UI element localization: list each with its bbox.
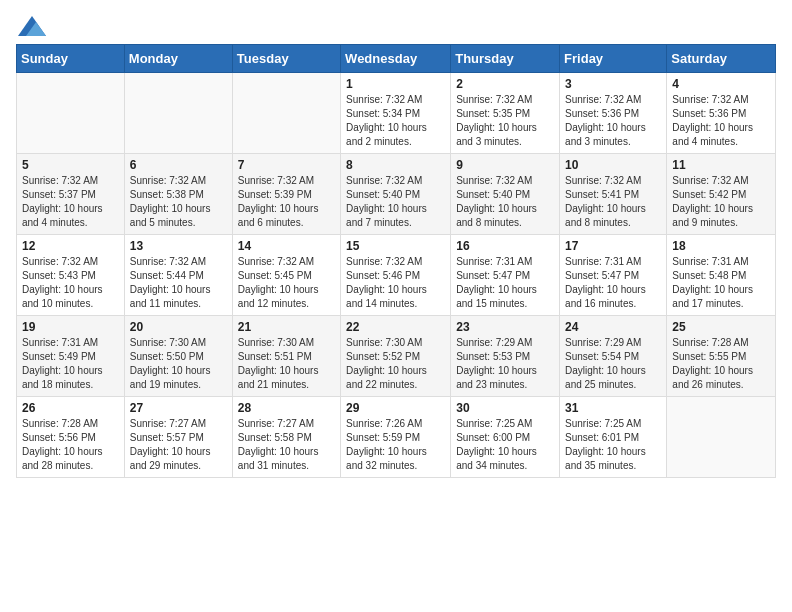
day-cell: 29Sunrise: 7:26 AM Sunset: 5:59 PM Dayli… xyxy=(341,397,451,478)
day-info: Sunrise: 7:25 AM Sunset: 6:00 PM Dayligh… xyxy=(456,418,537,471)
day-info: Sunrise: 7:32 AM Sunset: 5:44 PM Dayligh… xyxy=(130,256,211,309)
day-number: 12 xyxy=(22,239,119,253)
day-number: 10 xyxy=(565,158,661,172)
day-number: 6 xyxy=(130,158,227,172)
day-info: Sunrise: 7:26 AM Sunset: 5:59 PM Dayligh… xyxy=(346,418,427,471)
day-info: Sunrise: 7:32 AM Sunset: 5:36 PM Dayligh… xyxy=(672,94,753,147)
day-cell: 25Sunrise: 7:28 AM Sunset: 5:55 PM Dayli… xyxy=(667,316,776,397)
week-row-2: 5Sunrise: 7:32 AM Sunset: 5:37 PM Daylig… xyxy=(17,154,776,235)
day-number: 8 xyxy=(346,158,445,172)
day-number: 3 xyxy=(565,77,661,91)
day-cell: 28Sunrise: 7:27 AM Sunset: 5:58 PM Dayli… xyxy=(232,397,340,478)
day-number: 26 xyxy=(22,401,119,415)
header xyxy=(16,16,776,36)
day-cell: 24Sunrise: 7:29 AM Sunset: 5:54 PM Dayli… xyxy=(560,316,667,397)
day-info: Sunrise: 7:32 AM Sunset: 5:42 PM Dayligh… xyxy=(672,175,753,228)
day-number: 13 xyxy=(130,239,227,253)
day-info: Sunrise: 7:31 AM Sunset: 5:48 PM Dayligh… xyxy=(672,256,753,309)
header-row: SundayMondayTuesdayWednesdayThursdayFrid… xyxy=(17,45,776,73)
day-number: 22 xyxy=(346,320,445,334)
day-info: Sunrise: 7:30 AM Sunset: 5:50 PM Dayligh… xyxy=(130,337,211,390)
day-info: Sunrise: 7:31 AM Sunset: 5:47 PM Dayligh… xyxy=(565,256,646,309)
day-info: Sunrise: 7:28 AM Sunset: 5:55 PM Dayligh… xyxy=(672,337,753,390)
day-cell: 30Sunrise: 7:25 AM Sunset: 6:00 PM Dayli… xyxy=(451,397,560,478)
day-cell: 7Sunrise: 7:32 AM Sunset: 5:39 PM Daylig… xyxy=(232,154,340,235)
day-cell: 27Sunrise: 7:27 AM Sunset: 5:57 PM Dayli… xyxy=(124,397,232,478)
day-cell: 10Sunrise: 7:32 AM Sunset: 5:41 PM Dayli… xyxy=(560,154,667,235)
week-row-4: 19Sunrise: 7:31 AM Sunset: 5:49 PM Dayli… xyxy=(17,316,776,397)
day-cell: 1Sunrise: 7:32 AM Sunset: 5:34 PM Daylig… xyxy=(341,73,451,154)
header-cell-sunday: Sunday xyxy=(17,45,125,73)
week-row-3: 12Sunrise: 7:32 AM Sunset: 5:43 PM Dayli… xyxy=(17,235,776,316)
day-info: Sunrise: 7:27 AM Sunset: 5:57 PM Dayligh… xyxy=(130,418,211,471)
day-info: Sunrise: 7:32 AM Sunset: 5:35 PM Dayligh… xyxy=(456,94,537,147)
day-cell: 4Sunrise: 7:32 AM Sunset: 5:36 PM Daylig… xyxy=(667,73,776,154)
day-number: 1 xyxy=(346,77,445,91)
day-number: 31 xyxy=(565,401,661,415)
day-info: Sunrise: 7:28 AM Sunset: 5:56 PM Dayligh… xyxy=(22,418,103,471)
header-cell-thursday: Thursday xyxy=(451,45,560,73)
day-info: Sunrise: 7:32 AM Sunset: 5:45 PM Dayligh… xyxy=(238,256,319,309)
day-cell: 20Sunrise: 7:30 AM Sunset: 5:50 PM Dayli… xyxy=(124,316,232,397)
day-cell: 17Sunrise: 7:31 AM Sunset: 5:47 PM Dayli… xyxy=(560,235,667,316)
logo xyxy=(16,16,46,36)
day-cell: 18Sunrise: 7:31 AM Sunset: 5:48 PM Dayli… xyxy=(667,235,776,316)
day-info: Sunrise: 7:32 AM Sunset: 5:38 PM Dayligh… xyxy=(130,175,211,228)
day-cell: 31Sunrise: 7:25 AM Sunset: 6:01 PM Dayli… xyxy=(560,397,667,478)
day-info: Sunrise: 7:32 AM Sunset: 5:34 PM Dayligh… xyxy=(346,94,427,147)
day-cell: 19Sunrise: 7:31 AM Sunset: 5:49 PM Dayli… xyxy=(17,316,125,397)
day-number: 18 xyxy=(672,239,770,253)
day-number: 24 xyxy=(565,320,661,334)
day-number: 2 xyxy=(456,77,554,91)
day-number: 4 xyxy=(672,77,770,91)
day-number: 28 xyxy=(238,401,335,415)
day-number: 27 xyxy=(130,401,227,415)
day-cell xyxy=(124,73,232,154)
logo-icon xyxy=(18,16,46,36)
day-cell: 5Sunrise: 7:32 AM Sunset: 5:37 PM Daylig… xyxy=(17,154,125,235)
day-number: 7 xyxy=(238,158,335,172)
day-cell xyxy=(667,397,776,478)
day-number: 29 xyxy=(346,401,445,415)
day-number: 5 xyxy=(22,158,119,172)
day-cell: 6Sunrise: 7:32 AM Sunset: 5:38 PM Daylig… xyxy=(124,154,232,235)
header-cell-tuesday: Tuesday xyxy=(232,45,340,73)
day-cell: 13Sunrise: 7:32 AM Sunset: 5:44 PM Dayli… xyxy=(124,235,232,316)
day-info: Sunrise: 7:30 AM Sunset: 5:52 PM Dayligh… xyxy=(346,337,427,390)
day-cell: 8Sunrise: 7:32 AM Sunset: 5:40 PM Daylig… xyxy=(341,154,451,235)
day-info: Sunrise: 7:30 AM Sunset: 5:51 PM Dayligh… xyxy=(238,337,319,390)
day-number: 11 xyxy=(672,158,770,172)
header-cell-wednesday: Wednesday xyxy=(341,45,451,73)
header-cell-monday: Monday xyxy=(124,45,232,73)
day-cell: 2Sunrise: 7:32 AM Sunset: 5:35 PM Daylig… xyxy=(451,73,560,154)
day-number: 14 xyxy=(238,239,335,253)
day-cell: 16Sunrise: 7:31 AM Sunset: 5:47 PM Dayli… xyxy=(451,235,560,316)
header-cell-saturday: Saturday xyxy=(667,45,776,73)
day-number: 16 xyxy=(456,239,554,253)
day-info: Sunrise: 7:29 AM Sunset: 5:53 PM Dayligh… xyxy=(456,337,537,390)
day-cell: 14Sunrise: 7:32 AM Sunset: 5:45 PM Dayli… xyxy=(232,235,340,316)
day-info: Sunrise: 7:32 AM Sunset: 5:40 PM Dayligh… xyxy=(346,175,427,228)
day-cell: 11Sunrise: 7:32 AM Sunset: 5:42 PM Dayli… xyxy=(667,154,776,235)
day-cell xyxy=(17,73,125,154)
day-cell: 12Sunrise: 7:32 AM Sunset: 5:43 PM Dayli… xyxy=(17,235,125,316)
header-cell-friday: Friday xyxy=(560,45,667,73)
day-info: Sunrise: 7:32 AM Sunset: 5:43 PM Dayligh… xyxy=(22,256,103,309)
day-number: 19 xyxy=(22,320,119,334)
day-cell: 23Sunrise: 7:29 AM Sunset: 5:53 PM Dayli… xyxy=(451,316,560,397)
day-number: 25 xyxy=(672,320,770,334)
day-cell: 15Sunrise: 7:32 AM Sunset: 5:46 PM Dayli… xyxy=(341,235,451,316)
day-info: Sunrise: 7:32 AM Sunset: 5:37 PM Dayligh… xyxy=(22,175,103,228)
day-info: Sunrise: 7:32 AM Sunset: 5:41 PM Dayligh… xyxy=(565,175,646,228)
day-cell: 22Sunrise: 7:30 AM Sunset: 5:52 PM Dayli… xyxy=(341,316,451,397)
day-number: 15 xyxy=(346,239,445,253)
day-info: Sunrise: 7:31 AM Sunset: 5:47 PM Dayligh… xyxy=(456,256,537,309)
day-info: Sunrise: 7:27 AM Sunset: 5:58 PM Dayligh… xyxy=(238,418,319,471)
day-cell xyxy=(232,73,340,154)
day-number: 9 xyxy=(456,158,554,172)
day-info: Sunrise: 7:31 AM Sunset: 5:49 PM Dayligh… xyxy=(22,337,103,390)
day-cell: 9Sunrise: 7:32 AM Sunset: 5:40 PM Daylig… xyxy=(451,154,560,235)
week-row-1: 1Sunrise: 7:32 AM Sunset: 5:34 PM Daylig… xyxy=(17,73,776,154)
day-info: Sunrise: 7:29 AM Sunset: 5:54 PM Dayligh… xyxy=(565,337,646,390)
day-info: Sunrise: 7:32 AM Sunset: 5:40 PM Dayligh… xyxy=(456,175,537,228)
